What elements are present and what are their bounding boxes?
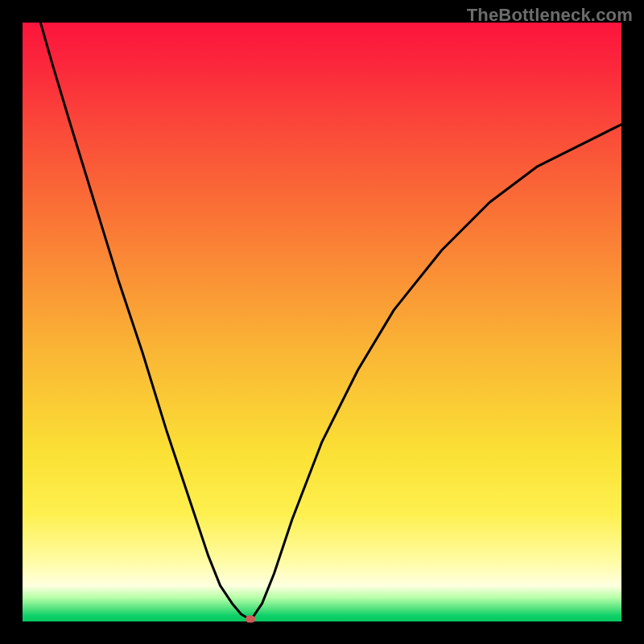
minimum-marker [246, 616, 255, 623]
chart-frame: TheBottleneck.com [0, 0, 644, 644]
plot-area [23, 23, 621, 621]
bottleneck-curve [23, 23, 621, 621]
